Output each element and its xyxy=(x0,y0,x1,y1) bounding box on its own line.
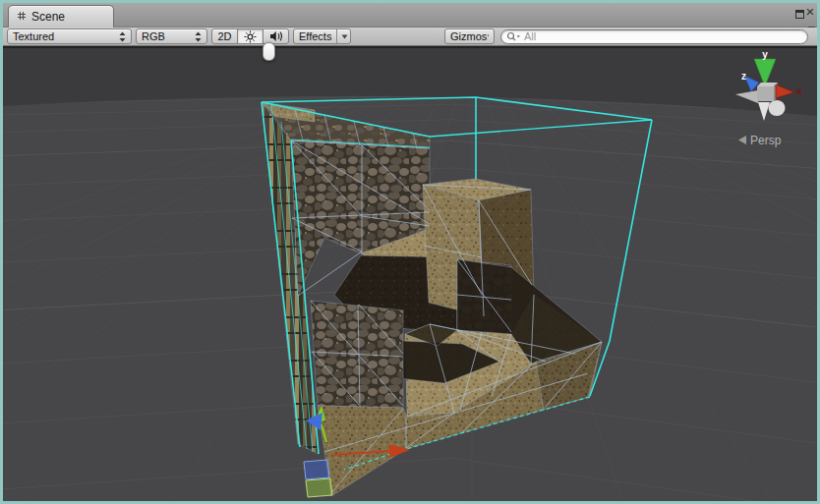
popup-arrows-icon xyxy=(119,31,126,42)
scene-tab[interactable]: Scene xyxy=(8,5,114,28)
scene-search-field[interactable] xyxy=(500,29,808,44)
lighting-slider-knob[interactable] xyxy=(263,42,275,61)
render-mode-dropdown[interactable]: Textured xyxy=(7,28,132,44)
axis-label-y: y xyxy=(762,49,768,60)
effects-dropdown[interactable]: Effects xyxy=(293,28,351,44)
speaker-icon xyxy=(269,30,283,42)
grid-icon xyxy=(17,10,27,24)
gizmos-label: Gizmos xyxy=(450,30,487,42)
effects-arrow-pane[interactable] xyxy=(336,29,352,43)
axis-cone-front-z[interactable] xyxy=(769,100,786,116)
titlebar: Scene × xyxy=(3,3,817,28)
2d-toggle-label: 2D xyxy=(217,30,231,42)
color-mode-label: RGB xyxy=(142,30,165,42)
color-mode-dropdown[interactable]: RGB xyxy=(136,28,207,44)
tab-label: Scene xyxy=(31,10,65,24)
gizmo-cube[interactable] xyxy=(757,86,774,101)
xz-plane-handle[interactable] xyxy=(304,460,329,479)
dropdown-arrow-icon xyxy=(341,34,348,39)
lighting-toggle-button[interactable] xyxy=(237,28,264,44)
axis-label-z: z xyxy=(741,71,746,82)
sun-icon xyxy=(244,30,257,43)
scene-canvas[interactable]: y z x Persp xyxy=(3,48,817,501)
close-button[interactable]: × xyxy=(803,4,817,19)
projection-label[interactable]: Persp xyxy=(750,134,782,147)
xy-plane-handle[interactable] xyxy=(306,478,332,497)
search-icon xyxy=(506,31,521,42)
scene-viewport[interactable]: y z x Persp xyxy=(3,46,817,501)
effects-label: Effects xyxy=(299,30,331,42)
scene-toolbar: Textured RGB 2D Effects xyxy=(3,28,817,46)
scene-window: Scene × Textured RGB 2D xyxy=(0,0,820,504)
dropdown-arrow-icon xyxy=(487,34,489,39)
render-mode-label: Textured xyxy=(13,30,54,42)
search-input[interactable] xyxy=(524,30,807,42)
2d-toggle-button[interactable]: 2D xyxy=(211,28,238,44)
gizmos-dropdown[interactable]: Gizmos xyxy=(444,28,495,44)
axis-label-x: x xyxy=(796,85,802,96)
popup-arrows-icon xyxy=(195,31,202,42)
